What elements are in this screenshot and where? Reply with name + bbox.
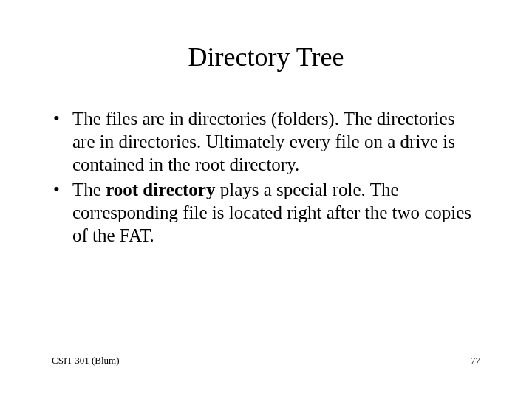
footer-left: CSIT 301 (Blum)	[52, 355, 120, 366]
list-item: The root directory plays a special role.…	[52, 179, 480, 247]
slide-footer: CSIT 301 (Blum) 77	[52, 355, 480, 366]
footer-page-number: 77	[471, 355, 480, 366]
bullet-text-bold: root directory	[106, 180, 215, 200]
bullet-list: The files are in directories (folders). …	[52, 108, 480, 248]
bullet-text-pre: The files are in directories (folders). …	[72, 109, 455, 174]
bullet-text-pre: The	[72, 180, 106, 200]
list-item: The files are in directories (folders). …	[52, 108, 480, 176]
slide-title: Directory Tree	[52, 41, 480, 72]
